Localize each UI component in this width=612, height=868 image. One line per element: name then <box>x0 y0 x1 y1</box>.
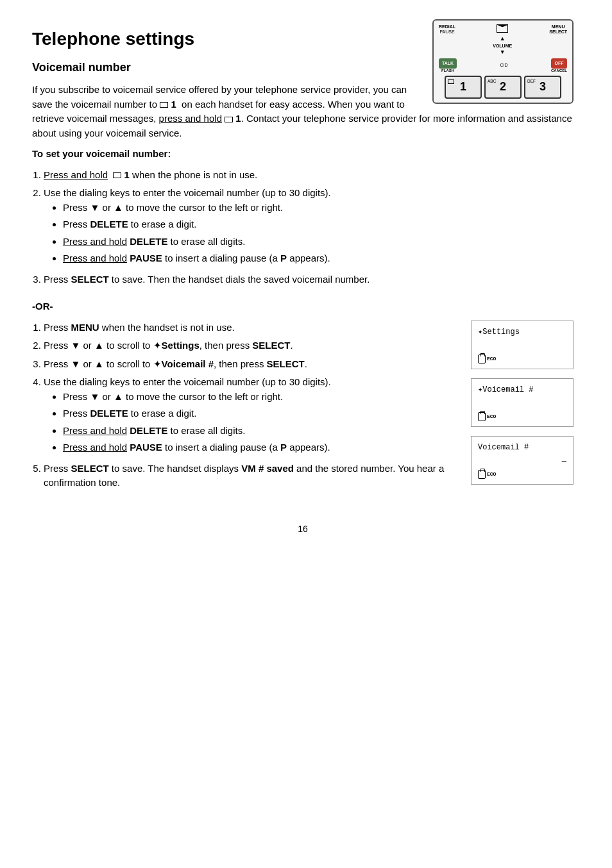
mail-icon-inline <box>160 102 168 108</box>
screen2-line2 <box>478 398 566 410</box>
envelope-icon <box>497 24 508 33</box>
page-number: 16 <box>32 522 574 536</box>
key-1: 1 <box>445 76 482 99</box>
screen-3: Voicemail # — ECO <box>471 436 574 485</box>
screen1-eco: ECO <box>478 355 566 363</box>
eco-icon-1 <box>478 355 486 363</box>
redial-pause-label: REDIAL PAUSE <box>439 24 455 34</box>
subsection-heading: To set your voicemail number: <box>32 147 574 162</box>
screen3-eco: ECO <box>478 470 566 479</box>
vol-down-icon: ▼ <box>500 48 506 57</box>
press-hold-link: press and hold <box>159 113 222 124</box>
eco-icon-2 <box>478 412 486 421</box>
steps-section1: Press and hold 1 when the phone is not i… <box>32 168 574 287</box>
bullet-1-2: Press DELETE to erase a digit. <box>63 217 574 232</box>
screen2-line1: ✦Voicemail # <box>478 384 566 396</box>
step-2: Use the dialing keys to enter the voicem… <box>44 186 574 266</box>
mail-icon-inline2 <box>225 117 233 122</box>
screen1-line1: ✦Settings <box>478 326 566 338</box>
screen3-line2: — <box>478 456 566 467</box>
press-hold-step1: Press and hold <box>44 169 108 180</box>
step-1: Press and hold 1 when the phone is not i… <box>44 168 574 183</box>
screens-column: ✦Settings ECO ✦Voicemail # ECO Voicemail… <box>471 321 574 494</box>
screen1-line2 <box>478 340 566 352</box>
eco-icon-3 <box>478 470 486 479</box>
key1-mail-icon <box>448 79 454 84</box>
screen-1: ✦Settings ECO <box>471 321 574 369</box>
screen-2: ✦Voicemail # ECO <box>471 378 574 427</box>
bullet-1-4: Press and hold PAUSE to insert a dialing… <box>63 251 574 266</box>
bullet-1-1: Press or to move the cursor to the left … <box>63 201 574 215</box>
key-2: ABC 2 <box>484 76 522 99</box>
or-divider: -OR- <box>32 299 574 314</box>
bullets-list-1: Press or to move the cursor to the left … <box>63 201 574 266</box>
talk-button: TALK FLASH <box>439 58 457 73</box>
steps-list-1: Press and hold 1 when the phone is not i… <box>44 168 574 287</box>
bullet-1-3: Press and hold DELETE to erase all digit… <box>63 235 574 249</box>
phone-keys-row: 1 ABC 2 DEF 3 <box>439 76 567 99</box>
phone-diagram: REDIAL PAUSE ▲ VOLUME ▼ MENU SELECT <box>432 19 574 104</box>
step-3: Press SELECT to save. Then the handset d… <box>44 272 574 287</box>
vol-up-icon: ▲ <box>500 35 506 44</box>
cid-label: CID <box>500 62 508 69</box>
phone-body: REDIAL PAUSE ▲ VOLUME ▼ MENU SELECT <box>432 19 574 104</box>
mail-icon-step1 <box>113 172 121 178</box>
off-button: OFF CANCEL <box>551 58 567 73</box>
screen3-line1: Voicemail # <box>478 442 566 453</box>
key-3: DEF 3 <box>524 76 561 99</box>
screen2-eco: ECO <box>478 412 566 421</box>
menu-select-label: MENU SELECT <box>549 24 567 34</box>
